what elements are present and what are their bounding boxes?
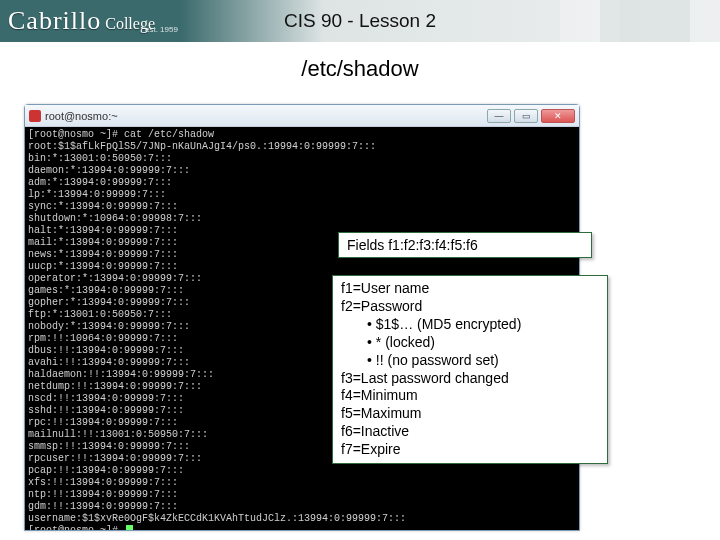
legend-bullet-locked: * (locked) <box>341 334 599 352</box>
legend-f6: f6=Inactive <box>341 423 409 439</box>
slide-subtitle: /etc/shadow <box>0 56 720 82</box>
legend-f4: f4=Minimum <box>341 387 418 403</box>
legend-bullet-nopass: !! (no password set) <box>341 352 599 370</box>
legend-f5: f5=Maximum <box>341 405 422 421</box>
fields-callout: Fields f1:f2:f3:f4:f5:f6 <box>338 232 592 258</box>
legend-f3: f3=Last password changed <box>341 370 509 386</box>
college-logo: Cabrillo College est. 1959 <box>0 6 178 36</box>
legend-bullet-md5: $1$… (MD5 encrypted) <box>341 316 599 334</box>
legend-f1: f1=User name <box>341 280 429 296</box>
terminal-titlebar: root@nosmo:~ — ▭ ✕ <box>25 105 579 127</box>
terminal-icon <box>29 110 41 122</box>
logo-main-text: Cabrillo <box>8 6 101 36</box>
legend-callout: f1=User name f2=Password $1$… (MD5 encry… <box>332 275 608 464</box>
minimize-button[interactable]: — <box>487 109 511 123</box>
logo-established: est. 1959 <box>145 25 178 34</box>
header-banner: Cabrillo College est. 1959 CIS 90 - Less… <box>0 0 720 42</box>
close-button[interactable]: ✕ <box>541 109 575 123</box>
terminal-title: root@nosmo:~ <box>45 110 118 122</box>
maximize-button[interactable]: ▭ <box>514 109 538 123</box>
legend-f2: f2=Password <box>341 298 422 314</box>
fields-callout-text: Fields f1:f2:f3:f4:f5:f6 <box>347 237 478 253</box>
legend-f7: f7=Expire <box>341 441 401 457</box>
